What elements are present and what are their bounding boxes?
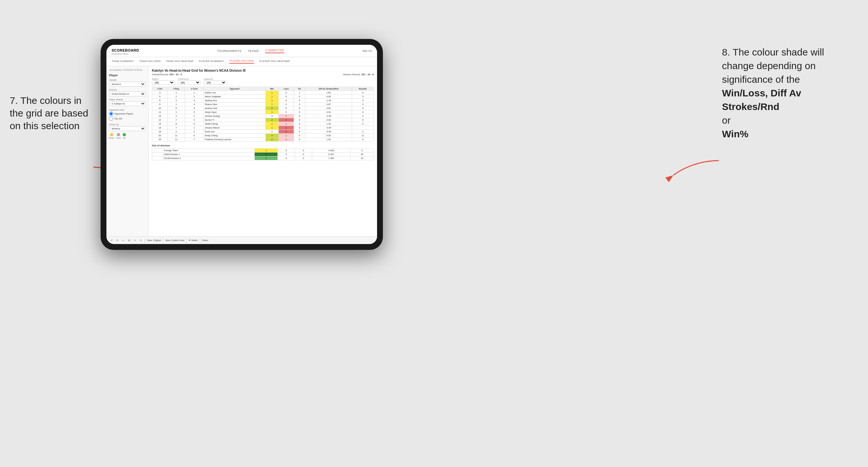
cell-rounds: 4 [352, 122, 374, 126]
cell-win: 1 [266, 126, 278, 130]
player-rank-select[interactable]: 8. Katelyn Vo [109, 101, 146, 106]
cell-loss: 0 [278, 110, 294, 114]
paste-button[interactable]: ✂ [133, 239, 137, 242]
logo-text: SCOREBOARD [112, 49, 139, 52]
cell-diff: 9.267 [312, 153, 350, 156]
cell-tie: 0 [294, 95, 305, 99]
cell-diff: -5.00 [305, 130, 352, 134]
cell-opponent: Sydney Kuo [204, 99, 266, 102]
cell-opponent: Sharon Mun [204, 102, 266, 106]
sub-nav-team-h2h-heatmap[interactable]: TEAM H2H HEATMAP [166, 60, 194, 63]
toolbar-divider-1 [145, 238, 145, 243]
out-of-division-title: Out of division [152, 144, 374, 147]
cell-conf: 3 [185, 99, 204, 102]
nav-tournaments[interactable]: TOURNAMENTS [217, 49, 241, 53]
sign-out-button[interactable]: Sign out [363, 49, 372, 52]
sub-nav-team-h2h-grid[interactable]: TEAM H2H GRID [139, 60, 161, 63]
cell-opponent: Alexis Sudjianto [204, 95, 266, 99]
cell-rounds: 2 [350, 149, 374, 153]
share-button[interactable]: Share [202, 239, 208, 242]
cell-rounds: 3 [352, 110, 374, 114]
sub-nav-player-h2h-heatmap[interactable]: PLAYER H2H HEATMAP [259, 60, 290, 63]
legend-up: Up [123, 133, 126, 139]
copy-button[interactable]: ⊞ [127, 239, 131, 242]
table-row: 3 1 1 Esther Lee 1 0 1 1.50 4 [152, 91, 374, 95]
region-filter-select[interactable]: (All) [152, 81, 175, 85]
save-custom-view-button[interactable]: Save Custom View [165, 239, 184, 242]
cell-rounds: 30 [350, 153, 374, 156]
radio-opponents-played[interactable]: Opponents Played [109, 112, 146, 116]
watch-button[interactable]: 👁 Watch [188, 239, 198, 242]
sub-nav-team-summary[interactable]: TEAM SUMMARY [112, 60, 134, 63]
sidebar-timestamp: Last Updated: 27/03/2024 16:55:38 [109, 69, 146, 71]
cell-diff: 4.500 [312, 149, 350, 153]
table-row: 5 2 2 Alexis Sudjianto 1 0 0 4.00 3 [152, 95, 374, 99]
cell-win: 1 [266, 95, 278, 99]
cell-tie: 0 [295, 153, 312, 156]
radio-top100[interactable]: Top 100 [109, 117, 146, 121]
cell-tie: 0 [295, 156, 312, 160]
sub-nav-player-summary[interactable]: PLAYER SUMMARY [199, 60, 224, 63]
cell-loss: 1 [278, 114, 294, 118]
cell-loss: 0 [278, 91, 294, 95]
sub-nav-player-h2h-grid[interactable]: PLAYER H2H GRID [229, 59, 254, 64]
cell-opponent: Jessica Mason [204, 126, 266, 130]
legend: Down Level Up [109, 133, 146, 139]
legend-dot-level [117, 133, 120, 136]
cell-reg: 11 [168, 134, 185, 137]
cell-rounds: 2 [352, 130, 374, 134]
nav-items: TOURNAMENTS TEAMS COMMITTEE [217, 49, 284, 53]
back-button[interactable]: ↩ [121, 239, 125, 242]
cell-rounds: 4 [352, 91, 374, 95]
col-opponent: Opponent [204, 87, 266, 91]
arrow-right-icon [670, 154, 722, 180]
view-original-button[interactable]: View: Original [147, 239, 161, 242]
annotation-win-pct: Win% [722, 128, 748, 139]
table-row: 9 1 4 Sharon Mun 1 0 0 3.67 3 [152, 102, 374, 106]
undo-button[interactable]: ↺ [110, 239, 114, 242]
cell-rounds: 2 [352, 114, 374, 118]
gender-select[interactable]: Women's [109, 82, 146, 87]
grid-title: Katelyn Vo Head-to-Head Grid for Women's… [152, 69, 374, 72]
cell-rounds: 3 [352, 102, 374, 106]
out-table-row: NCAA Division 2 5 0 0 7.400 10 [152, 156, 374, 160]
cell-empty [152, 156, 163, 160]
annotation-left-text: 7. The colours in the grid are based on … [10, 95, 88, 131]
col-tie: Tie [294, 87, 305, 91]
annotation-right-intro: 8. The colour shade will change dependin… [722, 47, 824, 85]
annotation-right: 8. The colour shade will change dependin… [722, 45, 858, 141]
division-record: Division Record: 331 - 34 - 6 [343, 73, 374, 76]
cell-div: 18 [152, 130, 168, 134]
cell-div: 13 [152, 114, 168, 118]
cell-reg: 1 [168, 102, 185, 106]
cell-tie: 0 [294, 137, 305, 142]
main-content: Last Updated: 27/03/2024 16:55:38 Player… [106, 66, 377, 236]
legend-dot-up [123, 133, 126, 136]
out-of-division-table: Foreign Team 1 0 0 4.500 2 NAIA Division… [152, 148, 374, 160]
nav-committee[interactable]: COMMITTEE [265, 49, 284, 53]
cell-loss: 1 [278, 134, 294, 137]
conference-filter-select[interactable]: (All) [178, 81, 200, 85]
cell-tie: 0 [294, 114, 305, 118]
colour-by-select[interactable]: Win/loss [109, 126, 146, 131]
cell-div: 15 [152, 122, 168, 126]
cell-win: 2 [266, 137, 278, 142]
opponent-filter-select[interactable]: (All) [204, 81, 226, 85]
tablet-screen: SCOREBOARD Powered by clippd TOURNAMENTS… [106, 45, 377, 244]
cell-tie: 0 [294, 110, 305, 114]
refresh-button[interactable]: ⟳ [139, 239, 143, 242]
cell-tie: 0 [294, 99, 305, 102]
cell-conf: 5 [185, 122, 204, 126]
annotation-win-loss: Win/Loss, [722, 88, 768, 98]
legend-label-up: Up [123, 137, 126, 139]
record-row: Overall Record: 353 - 34 - 6 Division Re… [152, 73, 374, 76]
cell-conf: 2 [185, 130, 204, 134]
cell-win: 2 [266, 106, 278, 110]
division-select[interactable]: NCAA Division III [109, 92, 146, 96]
legend-label-level: Level [116, 137, 120, 139]
redo-button[interactable]: ↻ [116, 239, 119, 242]
cell-rounds: 6 [352, 137, 374, 142]
table-row: 10 6 3 Andrea York 2 0 0 4.00 4 [152, 106, 374, 110]
legend-label-down: Down [109, 137, 114, 139]
nav-teams[interactable]: TEAMS [248, 49, 259, 53]
